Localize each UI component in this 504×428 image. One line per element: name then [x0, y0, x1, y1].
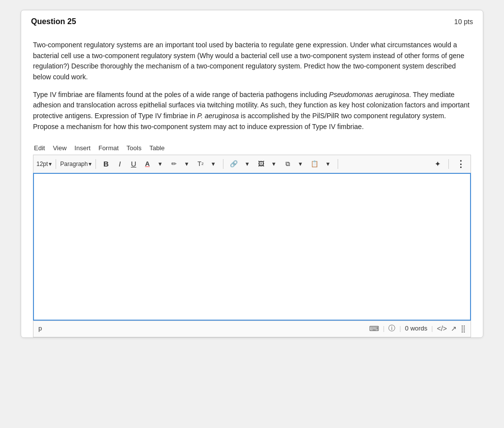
embed-button[interactable]: 📋	[308, 158, 321, 170]
editor-menu: Edit View Insert Format Tools Table	[33, 141, 471, 155]
separator-2	[95, 159, 96, 169]
para2-italic1: Pseudomonas aeruginosa	[329, 91, 410, 99]
info-icon[interactable]: ⓘ	[388, 324, 395, 333]
menu-table[interactable]: Table	[149, 144, 164, 152]
menu-format[interactable]: Format	[98, 144, 119, 152]
separator-4	[338, 159, 338, 169]
question-card: Question 25 10 pts Two-component regulat…	[21, 10, 483, 338]
superscript-group: T2 ▾	[194, 158, 219, 170]
font-color-dropdown[interactable]: ▾	[154, 158, 166, 170]
link-group: 🔗 ▾	[227, 158, 253, 170]
editor-toolbar: 12pt ▾ Paragraph ▾ B I U A	[33, 155, 471, 173]
toolbar-right: ✦ ⋮	[432, 158, 468, 170]
paragraph-style-selector[interactable]: Paragraph ▾	[60, 161, 92, 167]
word-count-label: 0 words	[405, 325, 428, 332]
more-options-button[interactable]: ⋮	[454, 158, 468, 170]
superscript-button[interactable]: T2	[194, 158, 206, 170]
superscript-dropdown[interactable]: ▾	[207, 158, 219, 170]
paragraph-chevron: ▾	[89, 161, 92, 167]
embed-group: 📋 ▾	[308, 158, 334, 170]
footer-right: ⌨ | ⓘ | 0 words | </> ↗ ⣿	[369, 324, 466, 333]
separator-5	[448, 159, 449, 169]
highlight-dropdown[interactable]: ▾	[181, 158, 192, 170]
question-paragraph-2: Type IV fimbriae are filaments found at …	[33, 90, 471, 132]
font-color-button[interactable]: A	[141, 158, 153, 170]
card-body: Two-component regulatory systems are an …	[21, 31, 483, 337]
image-button[interactable]: 🖼	[255, 158, 267, 170]
link-button[interactable]: 🔗	[227, 158, 240, 170]
image-group: 🖼 ▾	[255, 158, 280, 170]
paragraph-tag-label: p	[38, 325, 42, 332]
ai-button[interactable]: ✦	[432, 158, 443, 170]
keyboard-icon[interactable]: ⌨	[369, 325, 379, 332]
paragraph-style-value: Paragraph	[60, 161, 88, 167]
question-paragraph-1: Two-component regulatory systems are an …	[33, 40, 471, 83]
menu-edit[interactable]: Edit	[34, 144, 45, 152]
footer-sep-2: |	[399, 325, 401, 332]
italic-button[interactable]: I	[114, 158, 126, 170]
footer-sep-1: |	[383, 325, 384, 332]
separator-1	[56, 159, 56, 169]
card-header: Question 25 10 pts	[21, 10, 483, 31]
footer-sep-3: |	[431, 325, 433, 332]
editor-content-area[interactable]	[33, 173, 471, 321]
question-points: 10 pts	[454, 18, 473, 26]
question-text: Two-component regulatory systems are an …	[33, 40, 471, 132]
copy-group: ⧉ ▾	[282, 158, 306, 170]
para2-text1: Type IV fimbriae are filaments found at …	[33, 91, 329, 99]
editor-footer: p ⌨ | ⓘ | 0 words | </> ↗ ⣿	[33, 321, 471, 337]
image-dropdown[interactable]: ▾	[268, 158, 280, 170]
separator-3	[223, 159, 223, 169]
highlight-group: ✏ ▾	[168, 158, 192, 170]
grid-icon[interactable]: ⣿	[461, 325, 466, 332]
embed-dropdown[interactable]: ▾	[322, 158, 334, 170]
highlight-button[interactable]: ✏	[168, 158, 180, 170]
underline-button[interactable]: U	[127, 158, 139, 170]
question-title: Question 25	[31, 17, 76, 26]
editor-wrapper: Edit View Insert Format Tools Table 12pt…	[33, 141, 471, 337]
copy-button[interactable]: ⧉	[282, 158, 293, 170]
font-size-value: 12pt	[36, 161, 48, 167]
code-view-icon[interactable]: </>	[437, 325, 447, 332]
para2-italic2: P. aeruginosa	[197, 112, 239, 120]
copy-dropdown[interactable]: ▾	[294, 158, 306, 170]
font-color-group: A ▾	[141, 158, 166, 170]
menu-view[interactable]: View	[53, 144, 66, 152]
expand-icon[interactable]: ↗	[451, 325, 457, 332]
font-size-chevron: ▾	[49, 161, 52, 167]
menu-tools[interactable]: Tools	[126, 144, 141, 152]
font-size-selector[interactable]: 12pt ▾	[36, 161, 52, 167]
bold-button[interactable]: B	[100, 158, 112, 170]
menu-insert[interactable]: Insert	[74, 144, 91, 152]
link-dropdown[interactable]: ▾	[241, 158, 253, 170]
